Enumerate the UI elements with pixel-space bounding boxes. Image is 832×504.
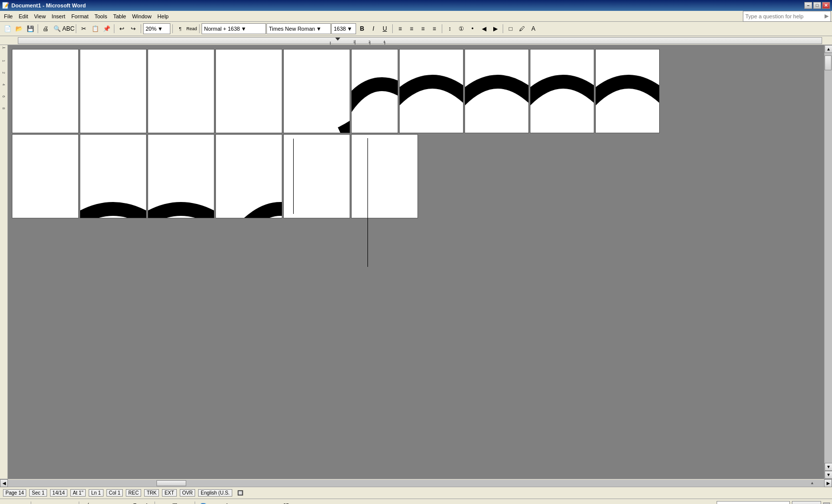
line-tool[interactable]: ╱ bbox=[82, 501, 93, 504]
font-color-btn2[interactable]: A bbox=[221, 501, 232, 504]
bold-button[interactable]: B bbox=[357, 23, 367, 34]
3d-style-btn[interactable]: 3D bbox=[281, 501, 292, 504]
line-color-btn[interactable]: ✏ bbox=[209, 501, 220, 504]
page-3-content bbox=[148, 50, 214, 133]
page-14 bbox=[215, 134, 282, 218]
scroll-down-button-2[interactable]: ▼ bbox=[825, 471, 832, 479]
line-style-btn[interactable]: — bbox=[233, 501, 244, 504]
redo-button[interactable]: ↪ bbox=[128, 23, 139, 34]
scroll-thumb-v[interactable] bbox=[825, 55, 832, 70]
oval-tool[interactable]: ○ bbox=[117, 501, 128, 504]
sep5 bbox=[172, 24, 173, 33]
italic-button[interactable]: I bbox=[368, 23, 379, 34]
diagram-tool[interactable]: ⊕ bbox=[157, 501, 168, 504]
wordart-tool[interactable]: A bbox=[141, 501, 152, 504]
scroll-track-h[interactable]: ▲ bbox=[8, 480, 824, 487]
textbox-tool[interactable]: T bbox=[129, 501, 140, 504]
print-button[interactable]: 🖨 bbox=[40, 23, 51, 34]
page-9 bbox=[530, 49, 594, 133]
menu-table[interactable]: Table bbox=[110, 11, 129, 21]
page-4-content bbox=[216, 50, 282, 133]
ruler-num-1: 1 bbox=[2, 60, 5, 62]
minimize-button[interactable]: – bbox=[804, 2, 812, 9]
font-color-button[interactable]: A bbox=[528, 23, 539, 34]
recount-dropdown[interactable]: <Click Recount to view> bbox=[717, 501, 790, 504]
line-spacing-button[interactable]: ↕ bbox=[444, 23, 455, 34]
menu-tools[interactable]: Tools bbox=[92, 11, 110, 21]
scroll-down-button-1[interactable]: ▼ bbox=[825, 463, 832, 471]
sep7 bbox=[392, 24, 393, 33]
menu-view[interactable]: View bbox=[31, 11, 49, 21]
align-center-button[interactable]: ≡ bbox=[406, 23, 417, 34]
numbering-button[interactable]: ① bbox=[456, 23, 467, 34]
page-5-content bbox=[284, 50, 350, 133]
page-13-content bbox=[148, 135, 214, 218]
save-button[interactable]: 💾 bbox=[25, 23, 36, 34]
help-search-input[interactable] bbox=[745, 13, 825, 19]
page-15-content bbox=[284, 135, 350, 218]
scroll-left-button[interactable]: ◀ bbox=[0, 479, 8, 487]
menu-edit[interactable]: Edit bbox=[16, 11, 31, 21]
right-scrollbar: ▲ ▼ ▼ bbox=[824, 45, 832, 479]
title-bar: 📝 Document1 - Microsoft Word – □ ✕ bbox=[0, 0, 832, 11]
cursor-line-extended bbox=[367, 138, 368, 267]
copy-button[interactable]: 📋 bbox=[90, 23, 101, 34]
fill-color-btn[interactable]: 🪣 bbox=[198, 501, 208, 504]
picture-tool[interactable]: 📷 bbox=[181, 501, 192, 504]
cut-button[interactable]: ✂ bbox=[78, 23, 89, 34]
line-number: Ln 1 bbox=[89, 489, 103, 497]
clipart-tool[interactable]: 🖼 bbox=[169, 501, 180, 504]
decrease-indent-button[interactable]: ◀ bbox=[478, 23, 489, 34]
autoshapes-dropdown[interactable]: AutoShapes ▼ bbox=[34, 502, 77, 504]
dash-style-btn[interactable]: - - bbox=[245, 501, 256, 504]
scroll-right-button[interactable]: ▶ bbox=[824, 479, 832, 487]
style-value: Normal + 1638 bbox=[204, 26, 240, 32]
menu-format[interactable]: Format bbox=[68, 11, 92, 21]
arrow-tool[interactable]: → bbox=[94, 501, 104, 504]
scroll-thumb-h[interactable] bbox=[156, 480, 186, 486]
page-1 bbox=[12, 49, 79, 133]
document-area[interactable] bbox=[8, 45, 824, 479]
increase-indent-button[interactable]: ▶ bbox=[490, 23, 501, 34]
outside-border-button[interactable]: □ bbox=[505, 23, 516, 34]
sep1 bbox=[38, 24, 38, 33]
justify-button[interactable]: ≡ bbox=[429, 23, 440, 34]
rect-tool[interactable]: □ bbox=[105, 501, 116, 504]
close-button[interactable]: ✕ bbox=[822, 2, 830, 9]
paste-button[interactable]: 📌 bbox=[101, 23, 112, 34]
new-button[interactable]: 📄 bbox=[2, 23, 13, 34]
shadow-style-btn[interactable]: ▪ bbox=[269, 501, 280, 504]
draw-sep3 bbox=[155, 502, 155, 504]
font-dropdown[interactable]: Times New Roman ▼ bbox=[266, 23, 331, 34]
menu-insert[interactable]: Insert bbox=[49, 11, 68, 21]
menu-window[interactable]: Window bbox=[129, 11, 155, 21]
show-hide-button[interactable]: ¶ bbox=[175, 23, 186, 34]
menu-file[interactable]: File bbox=[1, 11, 16, 21]
undo-button[interactable]: ↩ bbox=[116, 23, 127, 34]
underline-button[interactable]: U bbox=[379, 23, 390, 34]
spell-button[interactable]: ABC bbox=[63, 23, 74, 34]
align-left-button[interactable]: ≡ bbox=[395, 23, 406, 34]
size-dropdown[interactable]: 1638 ▼ bbox=[331, 23, 356, 34]
zoom-dropdown[interactable]: 20% ▼ bbox=[143, 23, 170, 34]
font-dropdown-arrow: ▼ bbox=[316, 26, 321, 32]
at-position: At 1" bbox=[70, 489, 86, 497]
bullets-button[interactable]: • bbox=[467, 23, 478, 34]
preview-button[interactable]: 🔍 bbox=[52, 23, 62, 34]
page-15[interactable] bbox=[283, 134, 350, 218]
page-2 bbox=[80, 49, 147, 133]
arrow-style-btn[interactable]: ↔ bbox=[257, 501, 268, 504]
highlight-button[interactable]: 🖊 bbox=[517, 23, 527, 34]
align-right-button[interactable]: ≡ bbox=[417, 23, 428, 34]
read-button[interactable]: Read bbox=[186, 23, 197, 34]
page-row-1 bbox=[12, 49, 820, 133]
recount-button[interactable]: Recount bbox=[792, 501, 821, 504]
maximize-button[interactable]: □ bbox=[813, 2, 821, 9]
scroll-track-v[interactable] bbox=[825, 53, 832, 463]
menu-help[interactable]: Help bbox=[155, 11, 172, 21]
open-button[interactable]: 📂 bbox=[13, 23, 24, 34]
recount-icon bbox=[823, 503, 830, 504]
scroll-up-button[interactable]: ▲ bbox=[825, 45, 832, 53]
draw-dropdown[interactable]: Draw ▼ bbox=[2, 502, 28, 504]
style-dropdown[interactable]: Normal + 1638 ▼ bbox=[202, 23, 266, 34]
